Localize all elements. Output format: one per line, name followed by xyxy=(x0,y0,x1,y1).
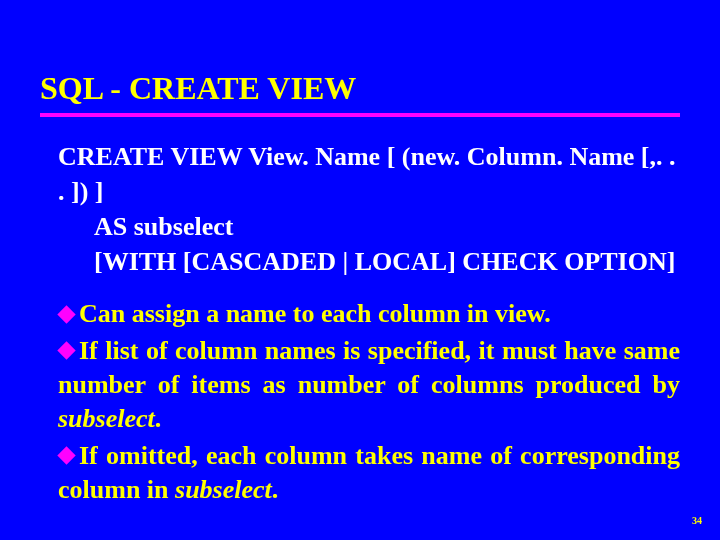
title-container: SQL - CREATE VIEW xyxy=(40,70,680,117)
syntax-line-1: CREATE VIEW View. Name [ (new. Column. N… xyxy=(58,139,680,209)
slide-title: SQL - CREATE VIEW xyxy=(40,70,680,107)
bullet-3-text-post: . xyxy=(272,475,279,504)
syntax-block: CREATE VIEW View. Name [ (new. Column. N… xyxy=(58,139,680,279)
diamond-icon xyxy=(57,446,75,464)
bullet-1-text: Can assign a name to each column in view… xyxy=(79,299,551,328)
bullet-2-text-ital: subselect xyxy=(58,404,155,433)
bullet-1: Can assign a name to each column in view… xyxy=(58,297,680,331)
diamond-icon xyxy=(57,342,75,360)
bullet-2: If list of column names is specified, it… xyxy=(58,334,680,437)
syntax-line-2: AS subselect xyxy=(94,209,680,244)
bullet-3-text-ital: subselect xyxy=(175,475,272,504)
bullet-3-text-pre: If omitted, each column takes name of co… xyxy=(58,441,680,504)
bullet-list: Can assign a name to each column in view… xyxy=(58,297,680,507)
page-number: 34 xyxy=(692,515,702,526)
bullet-3: If omitted, each column takes name of co… xyxy=(58,439,680,508)
syntax-line-3: [WITH [CASCADED | LOCAL] CHECK OPTION] xyxy=(94,244,680,279)
diamond-icon xyxy=(57,305,75,323)
slide: SQL - CREATE VIEW CREATE VIEW View. Name… xyxy=(0,0,720,540)
bullet-2-text-pre: If list of column names is specified, it… xyxy=(58,336,680,399)
bullet-2-text-post: . xyxy=(155,404,162,433)
